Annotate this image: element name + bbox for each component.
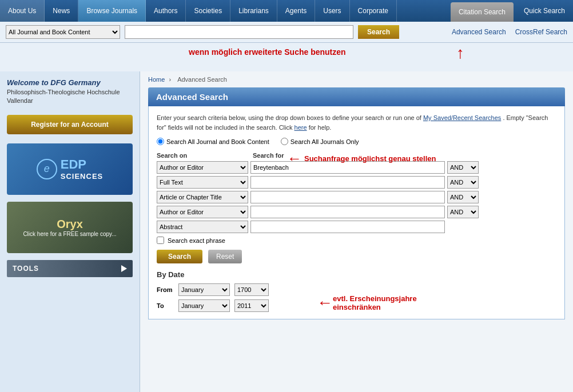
nav-browse-journals[interactable]: Browse Journals: [78, 0, 146, 22]
nav-about-us[interactable]: About Us: [0, 0, 45, 22]
search-on-select-4[interactable]: Author or Editor Full Text Article or Ch…: [157, 206, 248, 218]
search-for-input-2[interactable]: [250, 176, 445, 189]
search-action-button[interactable]: Search: [157, 250, 202, 263]
nav-authors[interactable]: Authors: [146, 0, 186, 22]
to-year-select[interactable]: 2011201020092008 2007200620052000: [234, 299, 269, 312]
by-date-section: By Date From JanuaryFebruaryMarchApril M…: [157, 270, 556, 312]
to-label: To: [157, 302, 174, 309]
search-on-select-3[interactable]: Article or Chapter Title Author or Edito…: [157, 191, 248, 203]
operator-select-3[interactable]: ANDORNOT: [447, 191, 479, 203]
annotation-top-container: wenn möglich erweiterte Suche benutzen ↑: [0, 43, 573, 71]
breadcrumb-current: Advanced Search: [177, 76, 227, 83]
search-field-headers: Search on Search for ← Suchanfrage mögli…: [157, 152, 556, 159]
nav-news[interactable]: News: [45, 0, 78, 22]
arrow-up-icon: ↑: [456, 45, 464, 61]
advanced-search-container: Advanced Search Enter your search criter…: [148, 87, 565, 319]
content-type-select[interactable]: All Journal and Book Content Journals On…: [6, 25, 120, 39]
search-row-2: Full Text Author or Editor Article or Ch…: [157, 176, 556, 189]
search-row-5: Abstract Author or Editor Full Text Arti…: [157, 221, 556, 233]
oryx-banner[interactable]: Oryx Click here for a FREE sample copy..…: [7, 202, 133, 253]
advanced-search-link[interactable]: Advanced Search: [452, 28, 506, 36]
search-row-3: Article or Chapter Title Author or Edito…: [157, 191, 556, 203]
main-layout: Welcome to DFG Germany Philosophisch-The…: [0, 71, 573, 392]
search-for-input-4[interactable]: [250, 206, 445, 218]
search-for-input-5[interactable]: [250, 221, 445, 233]
breadcrumb: Home › Advanced Search: [140, 71, 573, 87]
citation-search-button[interactable]: Citation Search: [451, 2, 514, 22]
edp-logo: EDP: [61, 157, 103, 172]
to-month-select[interactable]: JanuaryFebruaryMarchApril MayJuneJulyAug…: [178, 299, 230, 312]
search-on-select-1[interactable]: Author or Editor Full Text Article or Ch…: [157, 161, 248, 174]
reset-button[interactable]: Reset: [208, 250, 242, 263]
advanced-search-intro: Enter your search criteria below, using …: [157, 113, 556, 132]
nav-librarians[interactable]: Librarians: [230, 0, 277, 22]
radio-all-label[interactable]: Search All Journal and Book Content: [157, 138, 269, 145]
search-bar: All Journal and Book Content Journals On…: [0, 22, 573, 43]
from-year-select[interactable]: 1700180019001950 2000200520102011: [234, 283, 269, 296]
play-icon: [121, 265, 127, 272]
search-on-select-5[interactable]: Abstract Author or Editor Full Text Arti…: [157, 221, 248, 233]
bottom-annotation-text: evtl. Erscheinungsjahre einschränken: [333, 294, 417, 311]
from-label: From: [157, 286, 174, 293]
radio-all[interactable]: [157, 138, 164, 145]
welcome-sub: Philosophisch-Theologische Hochschule Va…: [7, 88, 133, 106]
quick-search-label[interactable]: Quick Search: [516, 0, 573, 22]
operator-select-4[interactable]: ANDORNOT: [447, 206, 479, 218]
search-scope-radios: Search All Journal and Book Content Sear…: [157, 138, 556, 145]
to-date-row: To JanuaryFebruaryMarchApril MayJuneJuly…: [157, 299, 556, 312]
content-area: Home › Advanced Search Advanced Search E…: [140, 71, 573, 392]
operator-select-2[interactable]: ANDORNOT: [447, 176, 479, 189]
radio-journals-label[interactable]: Search All Journals Only: [281, 138, 359, 145]
annotation-top-text: wenn möglich erweiterte Suche benutzen: [189, 45, 567, 59]
register-account-button[interactable]: Register for an Account: [7, 115, 133, 134]
search-row-4: Author or Editor Full Text Article or Ch…: [157, 206, 556, 218]
tools-bar[interactable]: TOOLS: [7, 260, 133, 277]
by-date-title: By Date: [157, 270, 556, 279]
arrow-bottom-left-icon: ←: [317, 294, 333, 312]
advanced-links: Advanced Search CrossRef Search: [452, 28, 567, 36]
oryx-sub: Click here for a FREE sample copy...: [23, 231, 116, 237]
tools-label: TOOLS: [13, 265, 39, 273]
action-buttons: Search Reset: [157, 250, 556, 263]
annotation-search-for-text: Suchanfrage möglichst genau stellen: [304, 154, 436, 163]
search-on-column-header: Search on: [157, 152, 253, 159]
top-navigation: About Us News Browse Journals Authors So…: [0, 0, 573, 22]
exact-phrase-checkbox[interactable]: [157, 237, 164, 244]
nav-users[interactable]: Users: [315, 0, 349, 22]
search-for-annotation: ← Suchanfrage möglichst genau stellen: [287, 150, 436, 167]
search-for-column-header-wrap: Search for ← Suchanfrage möglichst genau…: [253, 152, 556, 159]
bottom-annotation-wrap: ← evtl. Erscheinungsjahre einschränken: [317, 294, 417, 312]
search-button[interactable]: Search: [358, 25, 399, 39]
nav-agents[interactable]: Agents: [277, 0, 315, 22]
arrow-left-icon: ←: [287, 150, 302, 167]
welcome-title: Welcome to DFG Germany: [7, 78, 133, 87]
edp-sciences-banner[interactable]: e EDP SCIENCES: [7, 143, 133, 195]
saved-searches-link[interactable]: My Saved/Recent Searches: [423, 114, 501, 121]
nav-societies[interactable]: Societies: [186, 0, 230, 22]
breadcrumb-home[interactable]: Home: [148, 76, 165, 83]
radio-journals[interactable]: [281, 138, 288, 145]
search-for-input-3[interactable]: [250, 191, 445, 203]
from-month-select[interactable]: JanuaryFebruaryMarchApril MayJuneJulyAug…: [178, 283, 230, 296]
edp-name: SCIENCES: [61, 172, 103, 181]
advanced-search-body: Enter your search criteria below, using …: [148, 106, 565, 319]
exact-phrase-label: Search exact phrase: [168, 237, 225, 244]
nav-corporate[interactable]: Corporate: [350, 0, 397, 22]
breadcrumb-separator: ›: [169, 76, 173, 83]
radio-journals-text: Search All Journals Only: [291, 138, 359, 145]
search-for-column-header: Search for: [253, 152, 284, 159]
crossref-search-link[interactable]: CrossRef Search: [515, 28, 567, 36]
exact-phrase-row: Search exact phrase: [157, 237, 556, 244]
advanced-search-header: Advanced Search: [148, 87, 565, 106]
radio-all-text: Search All Journal and Book Content: [166, 138, 269, 145]
search-input[interactable]: [125, 25, 353, 39]
search-on-select-2[interactable]: Full Text Author or Editor Article or Ch…: [157, 176, 248, 189]
help-link[interactable]: here: [295, 124, 307, 131]
sidebar: Welcome to DFG Germany Philosophisch-The…: [0, 71, 140, 392]
operator-select-1[interactable]: ANDORNOT: [447, 161, 479, 174]
oryx-title: Oryx: [57, 218, 83, 231]
